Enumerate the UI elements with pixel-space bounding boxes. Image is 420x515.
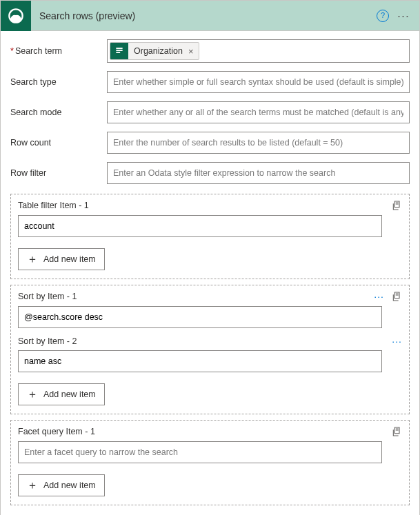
add-button-label: Add new item	[43, 481, 96, 490]
label-facet-1: Facet query Item - 1	[18, 427, 95, 436]
action-card: Search rows (preview) ? ··· Search term …	[0, 0, 420, 515]
label-sort-by-2: Sort by Item - 2	[18, 336, 77, 346]
plus-icon: ＋	[27, 480, 38, 491]
group-facet-query: Facet query Item - 1 ＋ Add new item	[10, 420, 410, 505]
add-facet-button[interactable]: ＋ Add new item	[18, 474, 105, 496]
row-search-mode: Search mode	[10, 97, 410, 128]
search-term-input[interactable]: Organization ×	[107, 39, 410, 63]
label-search-type: Search type	[10, 77, 100, 87]
row-row-count: Row count	[10, 128, 410, 158]
item-menu-icon[interactable]: ···	[392, 339, 402, 343]
copy-icon[interactable]	[391, 291, 402, 302]
table-filter-1-input[interactable]	[18, 215, 382, 237]
search-type-input[interactable]	[107, 71, 410, 93]
card-header: Search rows (preview) ? ···	[1, 1, 419, 31]
card-menu-icon[interactable]: ···	[397, 12, 410, 19]
add-button-label: Add new item	[43, 390, 96, 399]
label-sort-by-1: Sort by Item - 1	[18, 292, 77, 301]
row-filter-input[interactable]	[107, 162, 410, 184]
row-skip-rows: Skip rows	[10, 511, 410, 515]
connector-icon	[1, 1, 31, 31]
header-actions: ? ···	[377, 10, 419, 22]
token-label: Organization	[128, 46, 188, 56]
row-search-term: Search term Organization ×	[10, 35, 410, 67]
copy-icon[interactable]	[391, 426, 402, 437]
dynamic-content-token[interactable]: Organization ×	[110, 42, 199, 60]
row-search-type: Search type	[10, 67, 410, 97]
token-source-icon	[110, 42, 128, 60]
item-menu-icon[interactable]: ···	[374, 294, 384, 299]
row-count-input[interactable]	[107, 132, 410, 154]
label-row-count: Row count	[10, 138, 100, 148]
row-row-filter: Row filter	[10, 158, 410, 188]
label-row-filter: Row filter	[10, 168, 100, 178]
add-sort-by-button[interactable]: ＋ Add new item	[18, 383, 105, 405]
search-mode-input[interactable]	[107, 101, 410, 123]
plus-icon: ＋	[27, 389, 38, 400]
add-button-label: Add new item	[43, 254, 96, 264]
plus-icon: ＋	[27, 254, 38, 265]
label-search-mode: Search mode	[10, 108, 100, 117]
sort-by-2-input[interactable]	[18, 350, 382, 372]
group-sort-by: Sort by Item - 1 ··· Sort by Item - 2 ··…	[10, 285, 410, 414]
sort-by-1-input[interactable]	[18, 306, 382, 328]
card-body: Search term Organization × Search type	[1, 31, 419, 515]
copy-icon[interactable]	[391, 200, 402, 211]
help-icon[interactable]: ?	[377, 10, 389, 22]
facet-1-input[interactable]	[18, 441, 382, 463]
group-table-filter: Table filter Item - 1 ＋ Add new item	[10, 194, 410, 279]
label-search-term: Search term	[10, 46, 100, 56]
token-remove-icon[interactable]: ×	[188, 46, 199, 57]
card-title: Search rows (preview)	[31, 10, 377, 21]
add-table-filter-button[interactable]: ＋ Add new item	[18, 248, 105, 270]
label-table-filter-1: Table filter Item - 1	[18, 201, 89, 210]
